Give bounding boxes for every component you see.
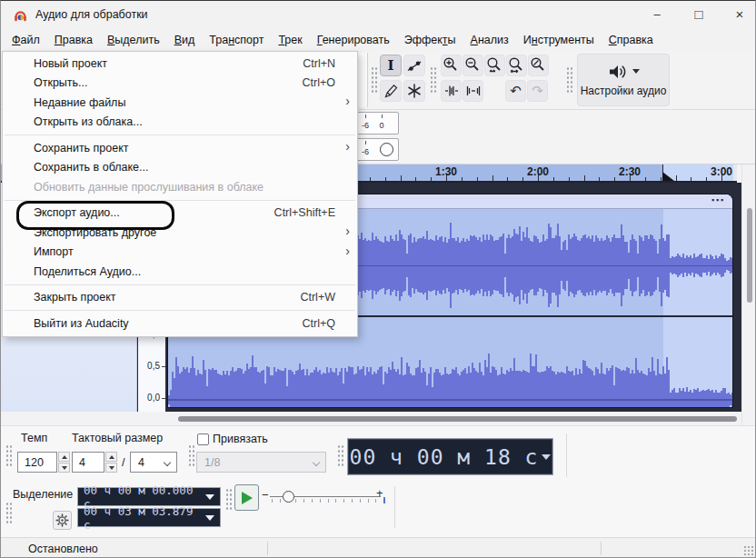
slider-tick xyxy=(360,499,361,503)
menu-item-label: Открыть из облака... xyxy=(34,115,350,128)
selection-toolbar-grip[interactable] xyxy=(5,502,13,525)
slider-tick xyxy=(343,499,344,503)
chevron-down-icon xyxy=(313,459,320,466)
file-menu-item[interactable]: Экспорт аудио...Ctrl+Shift+E xyxy=(3,204,357,224)
window-resize-grip[interactable] xyxy=(743,545,754,556)
slider-tick xyxy=(312,499,313,503)
status-bar: Остановлено xyxy=(1,537,756,558)
zoom-in-button[interactable] xyxy=(441,55,462,76)
undo-button[interactable]: ↶ xyxy=(505,80,526,102)
selection-tool-button[interactable]: I xyxy=(380,55,402,76)
snap-toolbar-grip[interactable] xyxy=(188,444,195,468)
timeline-tick xyxy=(492,175,493,181)
menubar-item-Транспорт[interactable]: Транспорт xyxy=(202,31,271,49)
vertical-scrollbar[interactable] xyxy=(741,164,756,425)
status-text: Остановлено xyxy=(28,543,98,555)
menu-item-shortcut: Ctrl+Q xyxy=(303,317,350,330)
scale-tick xyxy=(162,366,165,367)
slider-plus-label: + xyxy=(376,486,383,500)
file-menu-item[interactable]: Недавние файлы› xyxy=(3,93,357,113)
menubar-item-Трек[interactable]: Трек xyxy=(271,31,309,49)
file-menu-item[interactable]: Поделиться Аудио... xyxy=(3,262,357,282)
redo-icon: ↷ xyxy=(532,83,543,99)
zoom-toggle-button[interactable] xyxy=(528,55,549,76)
audio-setup-toolbar-grip[interactable] xyxy=(566,66,573,94)
menubar-item-Анализ[interactable]: Анализ xyxy=(463,31,516,49)
tempo-spinner[interactable] xyxy=(58,452,70,473)
tempo-input[interactable]: 120 xyxy=(17,452,57,473)
time-toolbar-grip[interactable] xyxy=(337,444,344,468)
file-menu-item[interactable]: Сохранить в облаке... xyxy=(3,158,357,178)
menubar-item-Генерировать[interactable]: Генерировать xyxy=(310,31,397,49)
scale-label: 0,5 xyxy=(147,361,160,371)
file-menu-item[interactable]: Открыть из облака... xyxy=(3,113,357,133)
audio-position-display[interactable]: 00 ч 00 м 18 с xyxy=(347,438,553,475)
pencil-icon xyxy=(382,82,400,100)
playback-speed-slider[interactable]: − + xyxy=(261,484,390,513)
play-at-speed-button[interactable] xyxy=(234,484,259,511)
maximize-button[interactable]: □ xyxy=(679,1,719,28)
zoom-toolbar-grip[interactable] xyxy=(430,66,437,94)
horizontal-scrollbar[interactable] xyxy=(1,412,741,425)
multi-tool-button[interactable] xyxy=(403,80,425,102)
horizontal-scrollbar-thumb[interactable] xyxy=(178,416,737,422)
meter-tick xyxy=(365,115,366,118)
audio-setup-button[interactable]: Настройки аудио xyxy=(577,54,670,106)
undo-icon: ↶ xyxy=(510,83,522,99)
division-select[interactable]: 4 xyxy=(130,452,177,473)
file-menu-item[interactable]: Открыть...Ctrl+O xyxy=(3,74,357,94)
beats-spinner[interactable] xyxy=(105,452,117,473)
tempo-label: Темп xyxy=(21,432,47,444)
playhead-triangle-icon xyxy=(662,172,674,181)
snap-checkbox[interactable] xyxy=(197,433,209,445)
menubar-item-Справка[interactable]: Справка xyxy=(602,31,661,49)
menu-item-label: Обновить данные прослушивания в облаке xyxy=(34,181,350,194)
magnifier-icon xyxy=(464,56,482,75)
status-divider xyxy=(601,542,602,555)
menubar-item-Выделить[interactable]: Выделить xyxy=(100,31,167,49)
menubar-item-Правка[interactable]: Правка xyxy=(47,31,100,49)
slider-tick xyxy=(295,499,296,503)
file-menu-item[interactable]: Экспортировать другое› xyxy=(3,223,357,243)
file-menu-item[interactable]: Новый проектCtrl+N xyxy=(3,54,357,74)
silence-selection-button[interactable] xyxy=(463,80,483,102)
draw-tool-button[interactable] xyxy=(380,80,402,102)
menubar-item-Вид[interactable]: Вид xyxy=(167,31,203,49)
file-menu-item[interactable]: Импорт› xyxy=(3,243,357,263)
envelope-tool-button[interactable] xyxy=(403,55,425,76)
timeline-tick xyxy=(370,177,371,181)
trim-outside-selection-button[interactable] xyxy=(441,80,462,102)
time-signature-label: Тактовый размер xyxy=(72,432,163,444)
toolbar-edge xyxy=(359,53,368,107)
timeline-tick xyxy=(507,177,508,181)
file-menu-item[interactable]: Закрыть проектCtrl+W xyxy=(3,288,357,308)
timeline-tick xyxy=(385,177,386,181)
slider-thumb[interactable] xyxy=(283,491,294,503)
menubar-item-Инструменты[interactable]: Инструменты xyxy=(516,31,602,49)
time-signature-toolbar-grip[interactable] xyxy=(5,444,13,468)
menubar-item-Эффекты[interactable]: Эффекты xyxy=(397,31,463,49)
file-menu-item[interactable]: Сохранить проект› xyxy=(3,138,357,158)
zoom-out-button[interactable] xyxy=(463,55,483,76)
submenu-arrow-icon: › xyxy=(345,224,350,238)
minimize-button[interactable]: – xyxy=(637,1,677,28)
vertical-scrollbar-thumb[interactable] xyxy=(747,208,752,303)
file-menu-item[interactable]: Выйти из AudacityCtrl+Q xyxy=(3,314,357,334)
redo-button[interactable]: ↷ xyxy=(527,80,548,102)
menu-item-label: Импорт xyxy=(34,245,350,258)
play-at-speed-toolbar-grip[interactable] xyxy=(225,488,233,512)
menu-item-label: Сохранить в облаке... xyxy=(34,161,350,174)
menubar-item-Файл[interactable]: Файл xyxy=(5,31,47,49)
slider-tick xyxy=(272,499,273,503)
clip-menu-button[interactable]: ⋯ xyxy=(711,194,725,208)
meter-scale-label: -6 xyxy=(362,147,369,156)
selection-options-button[interactable] xyxy=(53,511,72,530)
timeline-time-label: 2:30 xyxy=(614,165,645,178)
tools-toolbar-grip[interactable] xyxy=(371,66,378,94)
envelope-icon xyxy=(405,56,423,75)
beats-input[interactable]: 4 xyxy=(72,452,104,473)
selection-end-display[interactable]: 00 ч 03 м 03.879 с xyxy=(77,508,221,527)
zoom-project-button[interactable] xyxy=(506,55,527,76)
zoom-selection-button[interactable] xyxy=(484,55,505,76)
close-button[interactable]: × xyxy=(720,1,756,28)
